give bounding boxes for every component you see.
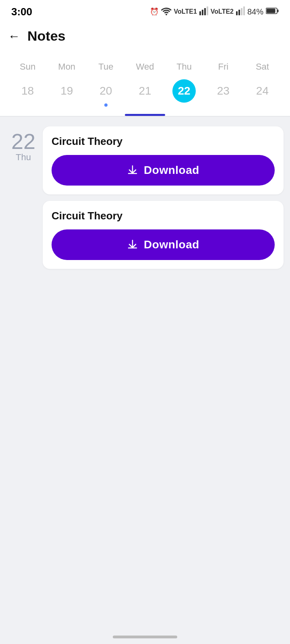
weekday-tue: Tue — [86, 58, 125, 75]
svg-rect-9 — [278, 9, 279, 12]
note-title-2: Circuit Theory — [52, 210, 275, 222]
day-number: 22 — [11, 130, 35, 152]
date-row: 18 19 20 21 22 23 24 — [4, 75, 286, 111]
download-button-2[interactable]: Download — [52, 229, 275, 260]
selected-day-bar — [125, 114, 165, 116]
date-18-dot — [26, 103, 29, 107]
note-title-1: Circuit Theory — [52, 135, 275, 148]
weekday-thu: Thu — [165, 58, 204, 75]
back-button[interactable]: ← — [8, 30, 20, 42]
weekday-sun: Sun — [8, 58, 47, 75]
date-20-dot — [104, 103, 108, 107]
signal2-icon — [236, 6, 245, 17]
weekday-wed: Wed — [125, 58, 164, 75]
download-button-1[interactable]: Download — [52, 155, 275, 186]
lte1-icon: VoLTE1 — [174, 8, 197, 15]
svg-rect-5 — [238, 10, 240, 15]
svg-rect-3 — [207, 6, 208, 15]
svg-rect-0 — [199, 11, 201, 15]
date-22-dot — [182, 103, 186, 107]
date-21[interactable]: 21 — [125, 77, 164, 111]
battery-icon — [266, 7, 279, 17]
date-24-dot — [261, 103, 264, 107]
signal1-icon — [199, 6, 208, 17]
download-label-2: Download — [144, 238, 199, 251]
bottom-handle — [113, 636, 177, 638]
note-card-2: Circuit Theory Download — [43, 201, 284, 269]
download-icon-2 — [127, 239, 138, 250]
date-18[interactable]: 18 — [8, 77, 47, 111]
note-card-1: Circuit Theory Download — [43, 126, 284, 194]
svg-rect-4 — [236, 11, 238, 15]
weekday-sat: Sat — [243, 58, 282, 75]
page-title: Notes — [27, 28, 65, 44]
wifi-icon — [161, 6, 172, 17]
svg-rect-7 — [243, 6, 245, 15]
svg-rect-1 — [202, 10, 203, 15]
bottom-bar — [0, 630, 290, 644]
date-23[interactable]: 23 — [204, 77, 243, 111]
header: ← Notes — [0, 21, 290, 51]
weekday-fri: Fri — [204, 58, 243, 75]
download-label-1: Download — [144, 164, 199, 177]
notes-list: Circuit Theory Download Circuit Theory — [43, 126, 284, 269]
weekday-row: Sun Mon Tue Wed Thu Fri Sat — [4, 58, 286, 75]
date-23-dot — [222, 103, 225, 107]
status-time: 3:00 — [11, 6, 32, 18]
calendar-indicator — [4, 111, 286, 116]
day-label: 22 Thu — [6, 126, 43, 269]
date-19[interactable]: 19 — [47, 77, 86, 111]
date-19-dot — [65, 103, 68, 107]
date-22[interactable]: 22 — [165, 77, 204, 111]
content-area: 22 Thu Circuit Theory Download Circuit T… — [0, 117, 290, 279]
svg-rect-10 — [267, 8, 276, 13]
download-icon-1 — [127, 165, 138, 176]
calendar: Sun Mon Tue Wed Thu Fri Sat 18 19 20 21 … — [0, 51, 290, 116]
status-icons: ⏰ VoLTE1 VoLTE2 84% — [150, 6, 279, 17]
svg-rect-2 — [204, 8, 206, 15]
status-bar: 3:00 ⏰ VoLTE1 VoLTE2 84% — [0, 0, 290, 21]
date-24[interactable]: 24 — [243, 77, 282, 111]
day-name: Thu — [16, 152, 31, 163]
date-20[interactable]: 20 — [86, 77, 125, 111]
battery-percent: 84% — [247, 7, 263, 17]
weekday-mon: Mon — [47, 58, 86, 75]
svg-rect-6 — [241, 8, 242, 15]
date-21-dot — [143, 103, 147, 107]
alarm-icon: ⏰ — [150, 7, 159, 16]
lte2-icon: VoLTE2 — [211, 8, 234, 15]
